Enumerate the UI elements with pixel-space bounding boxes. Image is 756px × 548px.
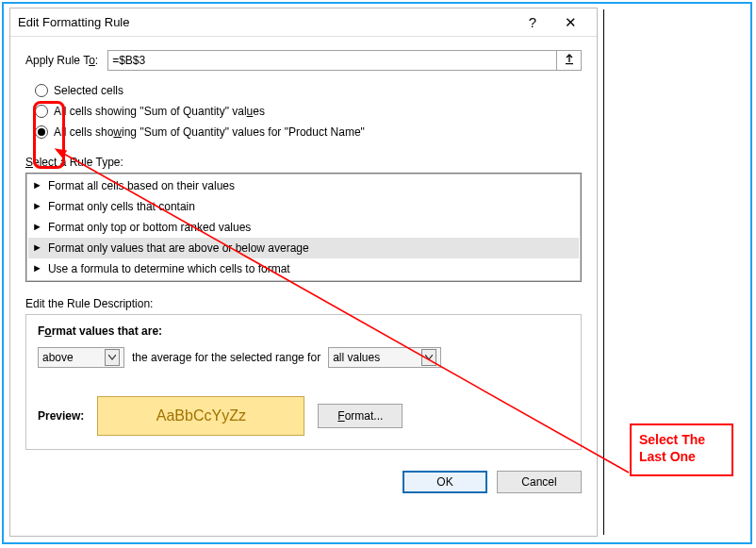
format-button[interactable]: Format...	[318, 404, 403, 428]
apply-rule-to-value: =$B$3	[112, 54, 145, 67]
apply-scope-radio-group: Selected cells All cells showing "Sum of…	[35, 80, 582, 142]
radio-icon	[35, 84, 48, 97]
rule-description-panel: Format values that are: above the averag…	[25, 314, 582, 450]
rule-type-item[interactable]: ► Format only values that are above or b…	[28, 238, 579, 258]
rule-type-label: Select a Rule Type:	[25, 156, 582, 169]
format-preview: AaBbCcYyZz	[97, 396, 304, 436]
bullet-icon: ►	[32, 221, 42, 232]
apply-rule-to-input[interactable]: =$B$3	[107, 50, 557, 71]
rule-type-item[interactable]: ► Use a formula to determine which cells…	[28, 258, 579, 279]
combo-value: above	[42, 351, 74, 364]
radio-selected-cells[interactable]: Selected cells	[35, 80, 582, 101]
dialog-button-row: OK Cancel	[10, 461, 597, 493]
mid-label: the average for the selected range for	[132, 351, 320, 364]
apply-rule-to-label: Apply Rule To:	[25, 54, 98, 67]
collapse-icon	[564, 54, 575, 68]
rule-type-item-label: Format only top or bottom ranked values	[48, 221, 251, 234]
chevron-down-icon	[105, 349, 120, 366]
format-values-that-are-label: Format values that are:	[38, 324, 569, 338]
close-button[interactable]: ✕	[551, 14, 589, 31]
rule-type-item-label: Use a formula to determine which cells t…	[48, 262, 290, 275]
annotation-select-last-one: Select The Last One	[630, 423, 733, 476]
rule-type-item[interactable]: ► Format only top or bottom ranked value…	[28, 217, 579, 238]
chevron-down-icon	[421, 349, 436, 366]
dialog-titlebar: Edit Formatting Rule ? ✕	[10, 8, 597, 37]
bullet-icon: ►	[32, 241, 42, 253]
svg-rect-0	[566, 63, 573, 64]
cancel-button[interactable]: Cancel	[497, 471, 582, 493]
rule-type-item[interactable]: ► Format all cells based on their values	[28, 175, 579, 196]
bullet-icon: ►	[32, 200, 42, 211]
radio-icon	[35, 125, 48, 139]
edit-rule-description-label: Edit the Rule Description:	[25, 297, 582, 310]
rule-type-item-label: Format all cells based on their values	[48, 179, 235, 192]
combo-value: all values	[333, 351, 380, 364]
vertical-separator	[603, 9, 604, 535]
preview-label: Preview:	[38, 409, 84, 423]
bullet-icon: ►	[32, 262, 42, 274]
rule-type-item-label: Format only values that are above or bel…	[48, 241, 309, 255]
radio-label: All cells showing "Sum of Quantity" valu…	[54, 105, 265, 118]
radio-label: All cells showing "Sum of Quantity" valu…	[54, 125, 365, 139]
radio-label: Selected cells	[54, 84, 123, 97]
scope-combo[interactable]: all values	[328, 347, 441, 368]
radio-all-cells-field[interactable]: All cells showing "Sum of Quantity" valu…	[35, 101, 582, 122]
rule-type-list[interactable]: ► Format all cells based on their values…	[25, 173, 582, 282]
rule-type-item[interactable]: ► Format only cells that contain	[28, 196, 579, 217]
comparison-combo[interactable]: above	[38, 347, 124, 368]
format-button-label: Format...	[337, 409, 383, 423]
ok-label: OK	[436, 475, 452, 489]
collapse-dialog-button[interactable]	[557, 50, 582, 71]
ok-button[interactable]: OK	[403, 471, 487, 493]
radio-icon	[35, 105, 48, 118]
help-button[interactable]: ?	[514, 14, 551, 30]
dialog-title: Edit Formatting Rule	[18, 15, 514, 29]
rule-type-item-label: Format only cells that contain	[48, 200, 195, 213]
edit-formatting-rule-dialog: Edit Formatting Rule ? ✕ Apply Rule To: …	[9, 8, 598, 537]
cancel-label: Cancel	[521, 475, 556, 489]
radio-all-cells-field-for-row[interactable]: All cells showing "Sum of Quantity" valu…	[35, 122, 582, 142]
bullet-icon: ►	[32, 179, 42, 191]
